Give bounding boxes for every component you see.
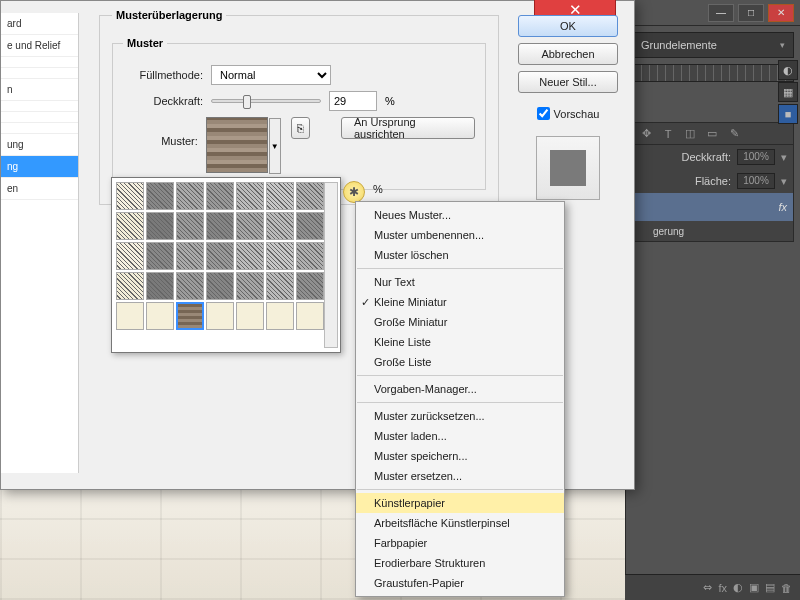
menu-item[interactable]: Muster zurücksetzen...	[356, 406, 564, 426]
menu-item[interactable]: Vorgaben-Manager...	[356, 379, 564, 399]
menu-item[interactable]: Muster ersetzen...	[356, 466, 564, 486]
new-layer-icon[interactable]: ▤	[765, 581, 775, 594]
pattern-swatch[interactable]	[296, 242, 324, 270]
style-list-item[interactable]: n	[1, 79, 78, 101]
opacity-slider[interactable]	[211, 99, 321, 103]
workspace-dropdown[interactable]: Grundelemente	[632, 32, 794, 58]
menu-item[interactable]: Kleine Liste	[356, 332, 564, 352]
menu-item[interactable]: Nur Text	[356, 272, 564, 292]
dropdown-icon[interactable]: ▾	[781, 175, 787, 188]
layer-effect-row[interactable]: gerung	[633, 221, 793, 241]
pattern-swatch[interactable]	[176, 302, 204, 330]
menu-item[interactable]: Muster löschen	[356, 245, 564, 265]
pattern-swatch[interactable]	[176, 182, 204, 210]
pattern-picker-popup[interactable]	[111, 177, 341, 353]
pattern-swatch[interactable]	[116, 272, 144, 300]
pattern-swatch[interactable]	[116, 182, 144, 210]
crop-icon[interactable]: ◫	[683, 127, 697, 141]
pattern-swatch[interactable]	[266, 242, 294, 270]
pattern-swatch[interactable]	[146, 242, 174, 270]
pattern-swatch[interactable]	[266, 182, 294, 210]
pattern-swatch[interactable]	[116, 212, 144, 240]
pattern-swatch[interactable]	[266, 212, 294, 240]
fx-icon[interactable]: fx	[718, 582, 727, 594]
pattern-swatch[interactable]	[236, 302, 264, 330]
new-pattern-button[interactable]: ⎘	[291, 117, 310, 139]
style-list-item[interactable]: ard	[1, 13, 78, 35]
pattern-swatch[interactable]	[206, 242, 234, 270]
menu-item[interactable]: Graustufen-Papier	[356, 573, 564, 593]
pattern-swatch[interactable]	[206, 182, 234, 210]
pattern-swatch[interactable]	[236, 212, 264, 240]
menu-item[interactable]: Muster laden...	[356, 426, 564, 446]
pattern-swatch[interactable]	[236, 182, 264, 210]
close-button[interactable]: ✕	[768, 4, 794, 22]
dropdown-icon[interactable]: ▾	[781, 151, 787, 164]
pattern-swatch[interactable]	[146, 272, 174, 300]
menu-item[interactable]: Farbpapier	[356, 533, 564, 553]
blend-mode-select[interactable]: Normal	[211, 65, 331, 85]
menu-item[interactable]: Muster speichern...	[356, 446, 564, 466]
move-icon[interactable]: ✥	[639, 127, 653, 141]
pattern-swatch[interactable]	[296, 182, 324, 210]
pattern-swatch[interactable]	[296, 212, 324, 240]
trash-icon[interactable]: 🗑	[781, 582, 792, 594]
style-list-item[interactable]	[1, 123, 78, 134]
menu-item[interactable]: Künstlerpapier	[356, 493, 564, 513]
pattern-swatch[interactable]	[236, 242, 264, 270]
pattern-swatch[interactable]	[266, 272, 294, 300]
menu-item[interactable]: Erodierbare Strukturen	[356, 553, 564, 573]
cancel-button[interactable]: Abbrechen	[518, 43, 618, 65]
gear-icon[interactable]: ✱	[343, 181, 365, 203]
menu-item[interactable]: Arbeitsfläche Künstlerpinsel	[356, 513, 564, 533]
style-list-item[interactable]: e und Relief	[1, 35, 78, 57]
menu-item[interactable]: Große Liste	[356, 352, 564, 372]
swatches-icon[interactable]: ▦	[778, 82, 798, 102]
pattern-swatch[interactable]	[296, 272, 324, 300]
ok-button[interactable]: OK	[518, 15, 618, 37]
opacity-input[interactable]	[329, 91, 377, 111]
pattern-swatch[interactable]	[176, 242, 204, 270]
style-list-item[interactable]	[1, 68, 78, 79]
style-list-item[interactable]	[1, 112, 78, 123]
fill-value[interactable]: 100%	[737, 173, 775, 189]
layer-row[interactable]: fx	[633, 193, 793, 221]
pattern-thumbnail[interactable]: ▼	[206, 117, 268, 173]
pattern-swatch[interactable]	[116, 302, 144, 330]
scrollbar[interactable]	[324, 182, 338, 348]
style-list-item[interactable]: ung	[1, 134, 78, 156]
pattern-swatch[interactable]	[146, 302, 174, 330]
style-list-item[interactable]	[1, 57, 78, 68]
preview-checkbox[interactable]	[537, 107, 550, 120]
minimize-button[interactable]: —	[708, 4, 734, 22]
folder-icon[interactable]: ▣	[749, 581, 759, 594]
pattern-swatch[interactable]	[236, 272, 264, 300]
new-style-button[interactable]: Neuer Stil...	[518, 71, 618, 93]
maximize-button[interactable]: □	[738, 4, 764, 22]
snap-origin-button[interactable]: An Ursprung ausrichten	[341, 117, 475, 139]
pattern-swatch[interactable]	[266, 302, 294, 330]
pattern-dropdown-icon[interactable]: ▼	[269, 118, 281, 174]
pattern-swatch[interactable]	[296, 302, 324, 330]
style-list-item[interactable]: en	[1, 178, 78, 200]
pattern-swatch[interactable]	[146, 182, 174, 210]
menu-item[interactable]: Neues Muster...	[356, 205, 564, 225]
opacity-value[interactable]: 100%	[737, 149, 775, 165]
style-list-item[interactable]: ng	[1, 156, 78, 178]
menu-item[interactable]: Große Miniatur	[356, 312, 564, 332]
pattern-swatch[interactable]	[206, 272, 234, 300]
slider-thumb[interactable]	[243, 95, 251, 109]
link-icon[interactable]: ⇔	[703, 581, 712, 594]
type-icon[interactable]: T	[661, 127, 675, 141]
color-icon[interactable]: ◐	[778, 60, 798, 80]
menu-item[interactable]: Kleine Miniatur	[356, 292, 564, 312]
style-list-item[interactable]	[1, 101, 78, 112]
path-icon[interactable]: ✎	[727, 127, 741, 141]
shape-icon[interactable]: ▭	[705, 127, 719, 141]
panel-icon-active[interactable]: ■	[778, 104, 798, 124]
pattern-swatch[interactable]	[206, 302, 234, 330]
pattern-swatch[interactable]	[146, 212, 174, 240]
preview-checkbox-row[interactable]: Vorschau	[537, 107, 600, 120]
pattern-swatch[interactable]	[176, 272, 204, 300]
pattern-swatch[interactable]	[206, 212, 234, 240]
